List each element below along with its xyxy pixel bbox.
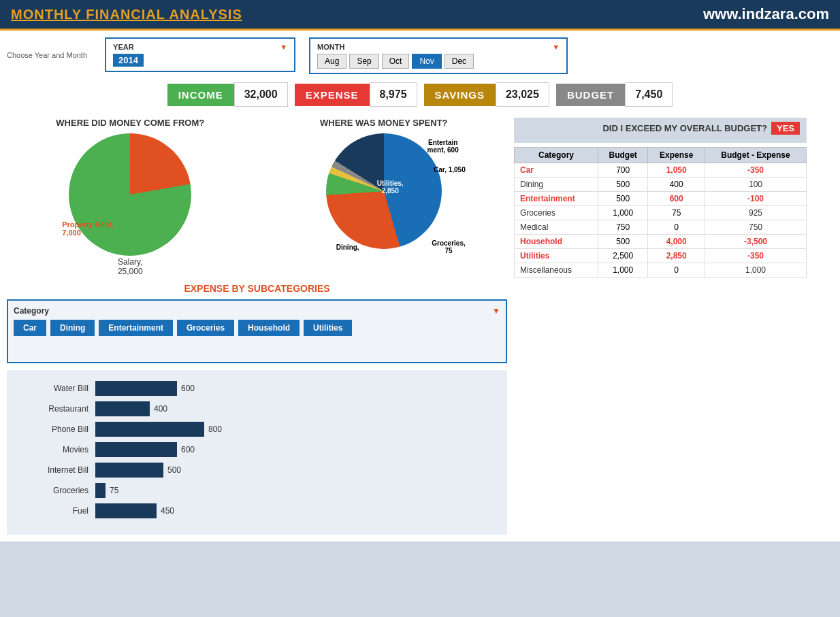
row-category: Groceries — [515, 206, 598, 220]
month-aug[interactable]: Aug — [317, 54, 346, 69]
row-category: Miscellaneous — [515, 263, 598, 278]
expense-value: 8,975 — [370, 82, 417, 107]
bar-label: Restaurant — [20, 404, 88, 414]
row-budget: 1,000 — [598, 206, 647, 220]
income-legend-salary: Salary,25,000 — [55, 257, 205, 276]
income-chart: WHERE DID MONEY COME FROM? Property Rent… — [7, 118, 254, 276]
month-dec[interactable]: Dec — [445, 54, 474, 69]
row-budget: 500 — [598, 178, 647, 192]
bar-label: Movies — [20, 445, 88, 454]
cat-dining[interactable]: Dining — [50, 320, 95, 336]
col-category: Category — [515, 148, 598, 163]
income-pie — [69, 133, 191, 256]
expense-dining-label: Dining, — [336, 244, 359, 251]
row-expense: 0 — [648, 220, 705, 235]
row-budget: 500 — [598, 192, 647, 206]
income-card: INCOME 32,000 — [167, 82, 288, 107]
row-category: Utilities — [515, 249, 598, 263]
bar-fill — [95, 483, 106, 498]
table-row: Miscellaneous 1,000 0 1,000 — [515, 263, 807, 278]
year-label: YEAR ▼ — [113, 43, 287, 51]
expense-card: EXPENSE 8,975 — [295, 82, 417, 107]
bar-value: 800 — [208, 424, 222, 434]
row-diff: 925 — [705, 206, 806, 220]
year-filter-icon[interactable]: ▼ — [280, 43, 287, 51]
income-legend-rent: Property Rent,7,000 — [62, 220, 212, 237]
category-filter-box: Category ▼ Car Dining Entertainment Groc… — [7, 299, 507, 363]
month-filter-icon[interactable]: ▼ — [552, 43, 560, 51]
row-budget: 700 — [598, 163, 647, 178]
month-nov[interactable]: Nov — [412, 54, 441, 69]
category-filter-icon[interactable]: ▼ — [492, 306, 500, 316]
table-row: Utilities 2,500 2,850 -350 — [515, 249, 807, 263]
table-row: Groceries 1,000 75 925 — [515, 206, 807, 220]
expense-pie — [326, 133, 442, 249]
savings-label: SAVINGS — [424, 84, 496, 106]
row-budget: 750 — [598, 220, 647, 235]
row-expense: 2,850 — [648, 249, 705, 263]
charts-section: WHERE DID MONEY COME FROM? Property Rent… — [7, 118, 507, 276]
savings-card: SAVINGS 23,025 — [424, 82, 549, 107]
row-category: Dining — [515, 178, 598, 192]
bar-track: 600 — [95, 381, 494, 396]
table-row: Household 500 4,000 -3,500 — [515, 235, 807, 249]
app-title: MONTHLY FINANCIAL ANALYSIS — [11, 7, 242, 22]
row-category: Medical — [515, 220, 598, 235]
row-category: Household — [515, 235, 598, 249]
bar-track: 400 — [95, 401, 494, 416]
bar-fill — [95, 401, 150, 416]
header: MONTHLY FINANCIAL ANALYSIS www.indzara.c… — [0, 0, 840, 31]
row-diff: -350 — [705, 249, 806, 263]
row-diff: -100 — [705, 192, 806, 206]
summary-row: INCOME 32,000 EXPENSE 8,975 SAVINGS 23,0… — [7, 82, 833, 107]
cat-groceries[interactable]: Groceries — [177, 320, 234, 336]
budget-section: DID I EXCEED MY OVERALL BUDGET? YES Cate… — [514, 118, 807, 535]
expense-pie-wrapper: Entertainment, 600 Car, 1,050 Groceries,… — [295, 133, 472, 254]
cat-household[interactable]: Household — [238, 320, 300, 336]
content-row: WHERE DID MONEY COME FROM? Property Rent… — [7, 118, 833, 535]
month-label: MONTH ▼ — [317, 43, 560, 51]
row-diff: -350 — [705, 163, 806, 178]
bar-label: Water Bill — [20, 384, 88, 393]
bar-value: 400 — [154, 404, 167, 414]
bar-row: Internet Bill 500 — [20, 463, 494, 478]
bar-fill — [95, 503, 157, 518]
year-value[interactable]: 2014 — [113, 54, 144, 67]
bar-track: 450 — [95, 503, 494, 518]
budget-value: 7,450 — [625, 82, 673, 107]
bar-row: Phone Bill 800 — [20, 422, 494, 437]
subcategories-section: EXPENSE BY SUBCATEGORIES Category ▼ Car … — [7, 283, 507, 363]
bar-chart-section: Water Bill 600 Restaurant 400 Phone Bill… — [7, 370, 507, 535]
row-budget: 1,000 — [598, 263, 647, 278]
savings-value: 23,025 — [496, 82, 549, 107]
bar-chart: Water Bill 600 Restaurant 400 Phone Bill… — [20, 381, 494, 518]
income-value: 32,000 — [234, 82, 288, 107]
expense-chart: WHERE WAS MONEY SPENT? Entertainment, 60… — [261, 118, 508, 276]
main-content: Choose Year and Month YEAR ▼ 2014 MONTH … — [0, 31, 840, 541]
bar-fill — [95, 422, 204, 437]
table-row: Medical 750 0 750 — [515, 220, 807, 235]
month-oct[interactable]: Oct — [382, 54, 410, 69]
col-diff: Budget - Expense — [705, 148, 806, 163]
bar-track: 800 — [95, 422, 494, 437]
expense-entertainment-label: Entertainment, 600 — [427, 139, 459, 154]
bar-value: 75 — [110, 486, 118, 495]
row-category: Entertainment — [515, 192, 598, 206]
choose-label: Choose Year and Month — [7, 37, 91, 59]
left-panel: WHERE DID MONEY COME FROM? Property Rent… — [7, 118, 507, 535]
income-chart-title: WHERE DID MONEY COME FROM? — [7, 118, 254, 128]
cat-car[interactable]: Car — [14, 320, 46, 336]
cat-entertainment[interactable]: Entertainment — [99, 320, 173, 336]
row-budget: 2,500 — [598, 249, 647, 263]
row-category: Car — [515, 163, 598, 178]
row-diff: 750 — [705, 220, 806, 235]
bar-row: Restaurant 400 — [20, 401, 494, 416]
bar-row: Groceries 75 — [20, 483, 494, 498]
bar-value: 500 — [167, 465, 181, 475]
table-row: Car 700 1,050 -350 — [515, 163, 807, 178]
row-expense: 0 — [648, 263, 705, 278]
bar-label: Fuel — [20, 506, 88, 516]
bar-value: 600 — [181, 445, 195, 454]
cat-utilities[interactable]: Utilities — [304, 320, 352, 336]
month-sep[interactable]: Sep — [349, 54, 378, 69]
